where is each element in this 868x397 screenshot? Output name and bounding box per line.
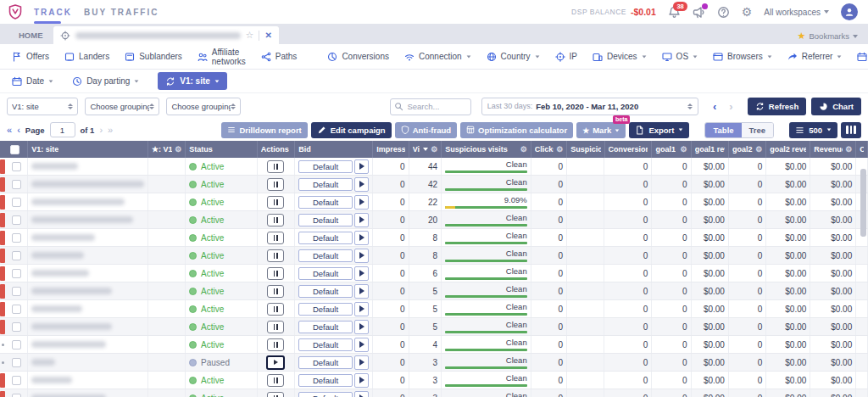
apply-bid-button[interactable] [354, 338, 369, 352]
site-name-redacted[interactable] [31, 288, 112, 294]
pause-button[interactable] [267, 160, 284, 173]
column-settings-icon[interactable]: ⚙ [428, 145, 437, 154]
pause-button[interactable] [267, 392, 284, 397]
filter-affiliate-networks[interactable]: Affiliate networks [198, 48, 246, 66]
row-checkbox[interactable] [12, 305, 21, 314]
column-settings-icon[interactable]: ⚙ [843, 145, 852, 154]
column-header-actions[interactable]: Actions [258, 141, 295, 158]
bid-value[interactable]: Default [298, 338, 353, 351]
bid-value[interactable]: Default [298, 392, 353, 397]
row-checkbox[interactable] [12, 358, 21, 367]
columns-button[interactable] [841, 122, 861, 138]
row-checkbox[interactable] [12, 198, 21, 207]
view-tree-button[interactable]: Tree [742, 123, 774, 137]
pause-button[interactable] [267, 196, 284, 209]
row-checkbox[interactable] [12, 287, 21, 296]
pause-button[interactable] [267, 374, 284, 387]
filter-offers[interactable]: Offers [12, 52, 49, 62]
site-name-redacted[interactable] [31, 377, 72, 383]
site-name-redacted[interactable] [31, 198, 125, 205]
bid-value[interactable]: Default [298, 303, 353, 316]
site-name-redacted[interactable] [31, 234, 95, 241]
column-header-status[interactable]: Status [186, 141, 257, 158]
dimension-button[interactable]: V1: site [158, 72, 227, 90]
help-button[interactable] [717, 6, 730, 19]
row-checkbox[interactable] [12, 233, 21, 243]
apply-bid-button[interactable] [354, 249, 369, 263]
next-page-button[interactable]: › [99, 125, 103, 135]
apply-bid-button[interactable] [354, 266, 369, 281]
column-header-goal1[interactable]: goal1⚙ [652, 141, 691, 158]
column-header-suspicious_clicks[interactable]: Suspicious c [567, 141, 604, 158]
row-checkbox[interactable] [12, 322, 21, 332]
site-name-redacted[interactable] [31, 163, 78, 170]
row-checkbox[interactable] [12, 269, 21, 278]
column-header-visits[interactable]: Visits⚙ [409, 141, 442, 158]
pause-button[interactable] [267, 249, 284, 262]
filter-sublanders[interactable]: Sublanders [125, 52, 182, 62]
apply-bid-button[interactable] [354, 177, 369, 192]
pause-button[interactable] [267, 267, 284, 280]
filter-landers[interactable]: Landers [64, 52, 109, 62]
bid-value[interactable]: Default [298, 196, 353, 209]
select-all-checkbox[interactable] [10, 145, 19, 154]
day-parting-dropdown[interactable]: Day parting [72, 76, 139, 87]
bid-value[interactable]: Default [298, 249, 353, 262]
pause-button[interactable] [267, 232, 284, 244]
nav-buy-traffic[interactable]: BUY TRAFFIC [84, 0, 159, 24]
row-checkbox[interactable] [12, 394, 21, 397]
column-settings-icon[interactable]: ⚙ [753, 145, 762, 154]
scrollbar-thumb[interactable] [860, 169, 866, 237]
grouping-select-1[interactable]: V1: site [7, 98, 78, 115]
pause-button[interactable] [267, 303, 284, 316]
filter-conversions[interactable]: Conversions [327, 52, 389, 62]
site-name-redacted[interactable] [31, 181, 144, 187]
date-dropdown[interactable]: Date [12, 76, 53, 87]
favorite-star-icon[interactable]: ☆ [246, 30, 254, 41]
nav-track[interactable]: TRACK [34, 0, 72, 24]
column-settings-icon[interactable]: ⚙ [678, 145, 687, 154]
apply-bid-button[interactable] [354, 373, 369, 388]
filter-referrer[interactable]: Referrer [787, 52, 843, 62]
last-page-button[interactable]: » [108, 125, 113, 135]
site-name-redacted[interactable] [31, 341, 106, 348]
row-checkbox[interactable] [12, 180, 21, 189]
optimization-calculator-button[interactable]: Optimization calculator [460, 122, 573, 138]
filter-country[interactable]: Country [487, 52, 540, 62]
apply-bid-button[interactable] [354, 284, 369, 299]
apply-bid-button[interactable] [354, 231, 369, 245]
pause-button[interactable] [267, 321, 284, 333]
bid-value[interactable]: Default [298, 374, 353, 387]
workspaces-dropdown[interactable]: All workspaces [764, 8, 829, 17]
site-name-redacted[interactable] [31, 359, 55, 366]
chart-button[interactable]: Chart [811, 98, 861, 115]
bookmarks-dropdown[interactable]: ★ Bookmarks [798, 31, 858, 44]
pause-button[interactable] [267, 338, 284, 351]
site-name-redacted[interactable] [31, 323, 112, 330]
bid-value[interactable]: Default [298, 232, 353, 244]
filter-ip[interactable]: IP [555, 52, 577, 62]
column-header-revenue[interactable]: Revenue⚙ [810, 141, 856, 158]
column-header-impressions[interactable]: Impressions [373, 141, 409, 158]
apply-bid-button[interactable] [354, 213, 369, 227]
bid-value[interactable]: Default [298, 178, 353, 191]
row-checkbox[interactable] [12, 376, 21, 385]
apply-bid-button[interactable] [354, 391, 369, 397]
apply-bid-button[interactable] [354, 195, 369, 210]
close-tab-icon[interactable]: ✕ [264, 31, 271, 40]
pause-button[interactable] [267, 214, 284, 226]
row-checkbox[interactable] [12, 251, 21, 260]
column-settings-icon[interactable]: ⚙ [518, 145, 527, 154]
tab-campaign[interactable]: ☆ ✕ [53, 26, 279, 44]
date-range-picker[interactable]: Last 30 days: Feb 10, 2020 - Mar 11, 202… [481, 98, 698, 115]
row-checkbox[interactable] [12, 162, 21, 171]
next-period-button[interactable]: › [723, 98, 739, 115]
apply-bid-button[interactable] [354, 355, 369, 370]
first-page-button[interactable]: « [7, 125, 12, 135]
column-header-star[interactable]: ★: V1⚙ [148, 141, 186, 158]
bid-value[interactable]: Default [298, 356, 353, 369]
bid-value[interactable]: Default [298, 285, 353, 298]
column-header-name[interactable]: V1: site [28, 141, 148, 158]
page-input[interactable] [50, 122, 75, 137]
site-name-redacted[interactable] [31, 252, 84, 259]
